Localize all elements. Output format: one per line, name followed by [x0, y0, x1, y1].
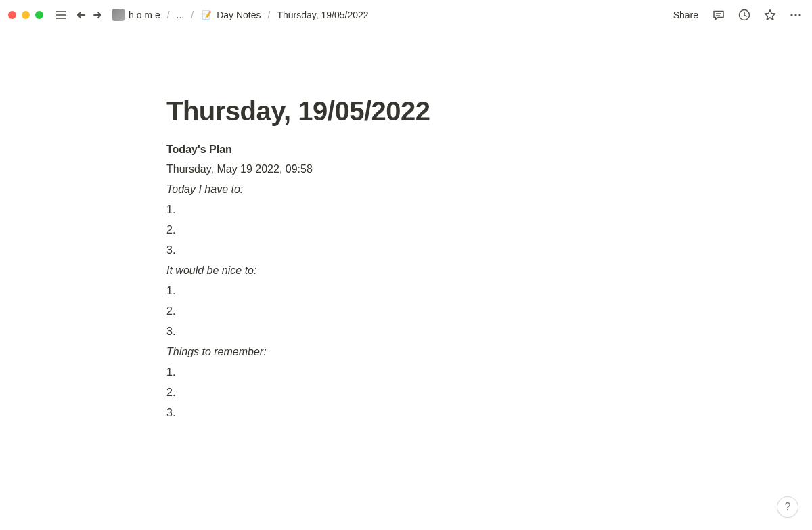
hamburger-icon — [55, 9, 67, 21]
page-content[interactable]: Thursday, 19/05/2022 Today's Plan Thursd… — [166, 30, 646, 421]
close-window-button[interactable] — [8, 11, 16, 19]
breadcrumb-separator: / — [268, 9, 271, 20]
section-heading[interactable]: Today's Plan — [166, 143, 646, 156]
home-page-icon — [112, 9, 125, 21]
share-button[interactable]: Share — [671, 8, 701, 22]
arrow-left-icon — [75, 9, 87, 21]
favorite-button[interactable] — [762, 7, 778, 23]
forward-button[interactable] — [89, 7, 106, 23]
block-label[interactable]: Today I have to: — [166, 181, 646, 198]
sidebar-toggle-button[interactable] — [53, 7, 69, 23]
nav-arrows — [73, 7, 106, 23]
list-item[interactable]: 3. — [166, 242, 646, 259]
list-item[interactable]: 2. — [166, 384, 646, 401]
breadcrumb: h o m e / ... / 📝 Day Notes / Thursday, … — [110, 7, 371, 22]
list-item[interactable]: 2. — [166, 303, 646, 319]
breadcrumb-separator: / — [191, 9, 194, 20]
top-bar-right: Share — [671, 7, 804, 23]
more-button[interactable] — [788, 7, 804, 23]
list-item[interactable]: 2. — [166, 222, 646, 238]
list-item[interactable]: 3. — [166, 324, 646, 340]
breadcrumb-daynotes-label: Day Notes — [217, 9, 261, 20]
block-label[interactable]: It would be nice to: — [166, 263, 646, 279]
arrow-right-icon — [91, 9, 104, 21]
clock-icon — [738, 8, 751, 22]
minimize-window-button[interactable] — [22, 11, 30, 19]
list-item[interactable]: 3. — [166, 405, 646, 421]
breadcrumb-home-label: h o m e — [129, 9, 160, 20]
breadcrumb-current-label: Thursday, 19/05/2022 — [277, 9, 368, 20]
notepad-icon: 📝 — [200, 9, 212, 21]
top-bar-left: h o m e / ... / 📝 Day Notes / Thursday, … — [8, 7, 371, 23]
comments-button[interactable] — [710, 7, 727, 23]
more-horizontal-icon — [789, 8, 803, 22]
block-label[interactable]: Things to remember: — [166, 344, 646, 360]
list-item[interactable]: 1. — [166, 364, 646, 380]
maximize-window-button[interactable] — [35, 11, 43, 19]
page-title[interactable]: Thursday, 19/05/2022 — [166, 95, 646, 127]
timestamp-line[interactable]: Thursday, May 19 2022, 09:58 — [166, 161, 646, 177]
star-icon — [763, 8, 777, 22]
svg-point-9 — [790, 14, 792, 16]
list-item[interactable]: 1. — [166, 283, 646, 299]
question-mark-icon: ? — [785, 501, 791, 513]
list-item[interactable]: 1. — [166, 202, 646, 218]
updates-button[interactable] — [736, 7, 752, 23]
svg-point-11 — [798, 14, 800, 16]
breadcrumb-current[interactable]: Thursday, 19/05/2022 — [274, 8, 371, 22]
breadcrumb-daynotes[interactable]: 📝 Day Notes — [198, 7, 263, 22]
speech-bubble-icon — [712, 8, 725, 22]
window-traffic-lights — [8, 11, 43, 19]
svg-marker-8 — [765, 10, 775, 20]
breadcrumb-home[interactable]: h o m e — [110, 7, 163, 22]
top-bar: h o m e / ... / 📝 Day Notes / Thursday, … — [0, 0, 812, 30]
breadcrumb-ellipsis-label: ... — [177, 9, 185, 20]
help-button[interactable]: ? — [777, 496, 798, 518]
back-button[interactable] — [73, 7, 89, 23]
breadcrumb-ellipsis[interactable]: ... — [174, 8, 187, 22]
breadcrumb-separator: / — [167, 9, 170, 20]
svg-point-10 — [794, 14, 796, 16]
